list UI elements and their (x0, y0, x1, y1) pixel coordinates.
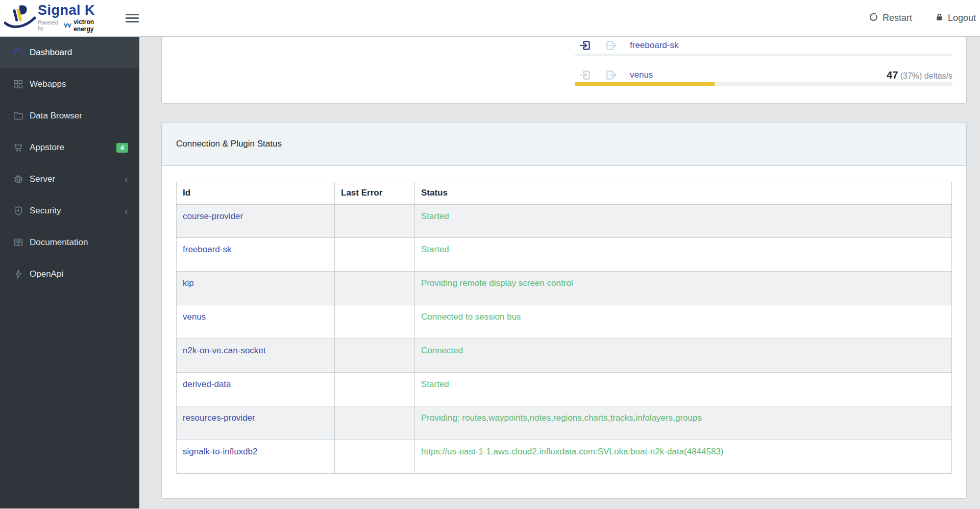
table-row: resources-providerProviding: routes,wayp… (177, 406, 952, 440)
last-error-cell (335, 305, 415, 339)
delta-rate: 47 (37%) deltas/s (887, 69, 952, 81)
column-header-status: Status (415, 182, 952, 204)
table-row: derived-dataStarted (177, 373, 952, 406)
main-content[interactable]: freeboard-skvenus47 (37%) deltas/s Conne… (139, 37, 980, 508)
plugin-id-link[interactable]: kip (183, 278, 194, 288)
grid-icon (12, 78, 24, 90)
restart-icon (868, 12, 879, 25)
last-error-cell (335, 373, 415, 406)
status-cell: Connected to session bus (415, 305, 952, 339)
status-cell: Started (415, 373, 952, 406)
panel-body: IdLast ErrorStatus course-providerStarte… (162, 166, 966, 498)
input-icon (579, 68, 592, 82)
sidebar-item-data-browser[interactable]: Data Browser (0, 100, 139, 132)
table-row: signalk-to-influxdb2https://us-east-1-1.… (177, 440, 952, 474)
table-row: course-providerStarted (177, 204, 952, 238)
output-icon (604, 68, 618, 82)
status-cell: Connected (415, 339, 952, 373)
plugin-id-link[interactable]: freeboard-sk (183, 245, 231, 254)
sidebar-item-label: Security (30, 206, 61, 216)
table-row: freeboard-skStarted (177, 238, 952, 272)
sidebar-item-appstore[interactable]: Appstore4 (0, 132, 139, 163)
panel-title: Connection & Plugin Status (176, 139, 282, 149)
input-icon (579, 39, 592, 52)
victron-brand-label: victron energy (74, 18, 111, 33)
last-error-cell (335, 204, 415, 238)
sidebar-item-label: Dashboard (30, 47, 72, 58)
plugin-id-link[interactable]: resources-provider (183, 413, 255, 423)
plugin-id-cell: signalk-to-influxdb2 (177, 440, 335, 474)
sidebar-toggle-button[interactable] (122, 9, 142, 28)
plugin-id-link[interactable]: venus (183, 312, 206, 322)
plugin-id-link[interactable]: n2k-on-ve.can-socket (183, 346, 266, 355)
cart-icon (12, 141, 24, 154)
book-icon (12, 236, 24, 249)
chevron-left-icon: ‹ (125, 206, 128, 216)
last-error-cell (335, 339, 415, 373)
shield-icon (12, 205, 24, 217)
app-header: Signal K Powered by victron energy Resta… (0, 0, 980, 37)
sidebar-item-documentation[interactable]: Documentation (0, 227, 139, 258)
plugin-id-cell: kip (177, 272, 335, 305)
victron-mark-icon (64, 21, 72, 30)
plugin-id-link[interactable]: course-provider (183, 211, 243, 221)
status-cell: Providing remote display screen control (415, 272, 952, 305)
activity-bar-fill (575, 82, 715, 86)
logout-button[interactable]: Logout (935, 12, 976, 25)
connection-plugin-status-panel: Connection & Plugin Status IdLast ErrorS… (161, 122, 967, 499)
table-row: kipProviding remote display screen contr… (177, 272, 952, 305)
provider-link[interactable]: freeboard-sk (630, 40, 678, 51)
sidebar-item-label: Documentation (30, 237, 88, 248)
gear-icon (12, 173, 24, 185)
plugin-id-cell: n2k-on-ve.can-socket (177, 339, 335, 373)
status-cell: https://us-east-1-1.aws.cloud2.influxdat… (415, 440, 952, 474)
sidebar-item-server[interactable]: Server‹ (0, 163, 139, 195)
plugin-id-cell: course-provider (177, 204, 335, 238)
last-error-cell (335, 440, 415, 474)
provider-activity-bar (575, 54, 952, 56)
plugin-status-table: IdLast ErrorStatus course-providerStarte… (176, 182, 952, 474)
table-row: venusConnected to session bus (177, 305, 952, 339)
column-header-id: Id (177, 182, 335, 204)
sidebar: DashboardWebappsData BrowserAppstore4Ser… (0, 37, 139, 508)
sidebar-item-label: OpenApi (30, 269, 63, 279)
signalk-boat-icon (4, 4, 36, 33)
sidebar-item-security[interactable]: Security‹ (0, 195, 139, 227)
restart-button[interactable]: Restart (868, 12, 912, 25)
sidebar-item-label: Webapps (30, 79, 66, 89)
plugin-id-cell: derived-data (177, 373, 335, 406)
status-cell: Started (415, 204, 952, 238)
chevron-left-icon: ‹ (125, 174, 128, 184)
brand-title: Signal K (38, 4, 111, 17)
sidebar-item-webapps[interactable]: Webapps (0, 68, 139, 100)
sidebar-item-dashboard[interactable]: Dashboard (0, 37, 139, 68)
plugin-id-link[interactable]: derived-data (183, 379, 231, 389)
column-header-last-error: Last Error (335, 182, 415, 204)
last-error-cell (335, 406, 415, 440)
plugin-id-cell: resources-provider (177, 406, 335, 440)
provider-link[interactable]: venus (630, 70, 653, 80)
status-cell: Started (415, 238, 952, 272)
last-error-cell (335, 238, 415, 272)
provider-activity-bar (575, 82, 952, 86)
sidebar-item-label: Data Browser (30, 111, 82, 121)
plugin-id-cell: venus (177, 305, 335, 339)
activity-panel: freeboard-skvenus47 (37%) deltas/s (161, 37, 967, 104)
plugin-id-cell: freeboard-sk (177, 238, 335, 272)
appstore-count-badge: 4 (116, 143, 128, 153)
powered-by-label: Powered by (38, 20, 62, 31)
sidebar-item-label: Server (30, 174, 55, 184)
bolt-icon (12, 268, 24, 280)
status-cell: Providing: routes,waypoints,notes,region… (415, 406, 952, 440)
last-error-cell (335, 272, 415, 305)
plugin-id-link[interactable]: signalk-to-influxdb2 (183, 447, 257, 456)
signalk-logo[interactable]: Signal K Powered by victron energy (0, 4, 111, 33)
output-icon (604, 39, 618, 52)
lock-icon (935, 12, 944, 25)
table-row: n2k-on-ve.can-socketConnected (177, 339, 952, 373)
sidebar-item-openapi[interactable]: OpenApi (0, 258, 139, 290)
panel-header: Connection & Plugin Status (162, 123, 966, 166)
provider-row: freeboard-sk (575, 37, 952, 54)
speedometer-icon (12, 46, 24, 59)
folder-icon (12, 110, 24, 122)
